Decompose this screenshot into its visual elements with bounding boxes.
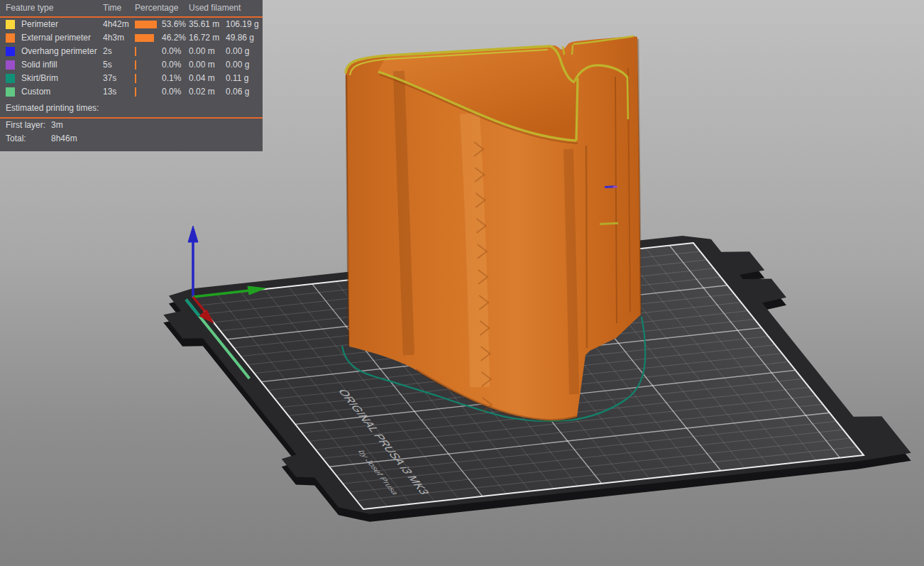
header-used-filament: Used filament (189, 1, 260, 15)
feature-color-swatch (6, 33, 15, 43)
legend-rows: Perimeter4h42m53.6%35.61 m106.19 gExtern… (0, 18, 263, 99)
feature-color-swatch (6, 20, 15, 29)
feature-label: Perimeter (21, 18, 103, 31)
header-time: Time (103, 1, 135, 15)
feature-filament-weight: 0.00 g (226, 45, 260, 58)
feature-row: Overhang perimeter2s0.0%0.00 m0.00 g (0, 45, 263, 58)
z-axis-arrowhead (188, 226, 198, 242)
feature-percentage-bar (135, 21, 162, 29)
total-time-row: Total: 8h46m (0, 132, 263, 146)
feature-percentage: 53.6% (162, 18, 183, 31)
feature-label: External perimeter (21, 31, 103, 45)
feature-percentage: 46.2% (162, 31, 183, 45)
feature-color-swatch (6, 87, 15, 97)
feature-row: Skirt/Brim37s0.1%0.04 m0.11 g (0, 72, 263, 85)
feature-percentage: 0.0% (162, 85, 183, 99)
feature-row: Solid infill5s0.0%0.00 m0.00 g (0, 58, 263, 72)
feature-color-swatch (6, 60, 15, 70)
feature-filament-weight: 0.00 g (226, 58, 260, 72)
feature-filament-weight: 0.11 g (226, 72, 260, 85)
feature-filament-weight: 106.19 g (226, 18, 260, 31)
feature-percentage-bar (135, 75, 162, 83)
legend-panel: Feature type Time Percentage Used filame… (0, 0, 263, 151)
total-value: 8h46m (51, 132, 263, 146)
feature-filament-weight: 0.06 g (226, 85, 260, 99)
percentage-bar-fill (135, 47, 136, 56)
feature-label: Custom (21, 85, 103, 99)
feature-percentage-bar (135, 61, 162, 70)
column-crease (586, 146, 587, 348)
percentage-bar-fill (135, 21, 157, 28)
percentage-bar-fill (135, 87, 136, 97)
first-layer-label: First layer: (6, 119, 51, 132)
feature-filament-length: 0.04 m (189, 72, 226, 85)
percentage-bar-fill (135, 60, 136, 70)
percentage-bar-fill (135, 74, 136, 83)
feature-label: Overhang perimeter (21, 45, 103, 58)
shading-streak (568, 149, 574, 394)
feature-filament-length: 16.72 m (189, 31, 226, 45)
feature-color-swatch (6, 47, 15, 56)
feature-label: Skirt/Brim (21, 72, 103, 85)
feature-percentage-bar (135, 34, 162, 43)
feature-percentage: 0.1% (162, 72, 183, 85)
feature-time: 2s (103, 45, 135, 58)
header-percentage: Percentage (135, 1, 183, 15)
feature-filament-length: 0.00 m (189, 45, 226, 58)
feature-row: Custom13s0.0%0.02 m0.06 g (0, 85, 263, 99)
estimated-times-title: Estimated printing times: (0, 99, 263, 119)
percentage-bar-fill (135, 34, 154, 42)
feature-percentage: 0.0% (162, 45, 183, 58)
highlight-streak (470, 114, 480, 387)
first-layer-row: First layer: 3m (0, 119, 263, 132)
feature-percentage-bar (135, 88, 162, 97)
total-label: Total: (6, 132, 51, 146)
feature-time: 13s (103, 85, 135, 99)
feature-time: 37s (103, 72, 135, 85)
feature-time: 4h3m (103, 31, 135, 45)
header-feature-type: Feature type (6, 1, 103, 15)
feature-color-swatch (6, 74, 15, 83)
feature-filament-length: 0.00 m (189, 58, 226, 72)
feature-time: 5s (103, 58, 135, 72)
feature-row: Perimeter4h42m53.6%35.61 m106.19 g (0, 18, 263, 31)
feature-filament-length: 35.61 m (189, 18, 226, 31)
feature-filament-weight: 49.86 g (226, 31, 260, 45)
feature-label: Solid infill (21, 58, 103, 72)
feature-time: 4h42m (103, 18, 135, 31)
feature-filament-length: 0.02 m (189, 85, 226, 99)
first-layer-value: 3m (51, 119, 263, 132)
feature-percentage: 0.0% (162, 58, 183, 72)
feature-percentage-bar (135, 48, 162, 56)
legend-header-row: Feature type Time Percentage Used filame… (0, 0, 263, 18)
feature-row: External perimeter4h3m46.2%16.72 m49.86 … (0, 31, 263, 45)
gcode-preview-viewport[interactable]: ORIGINAL PRUSA i3 MK3by Josef Prusa (0, 0, 924, 566)
solid-infill-mark (613, 186, 617, 188)
